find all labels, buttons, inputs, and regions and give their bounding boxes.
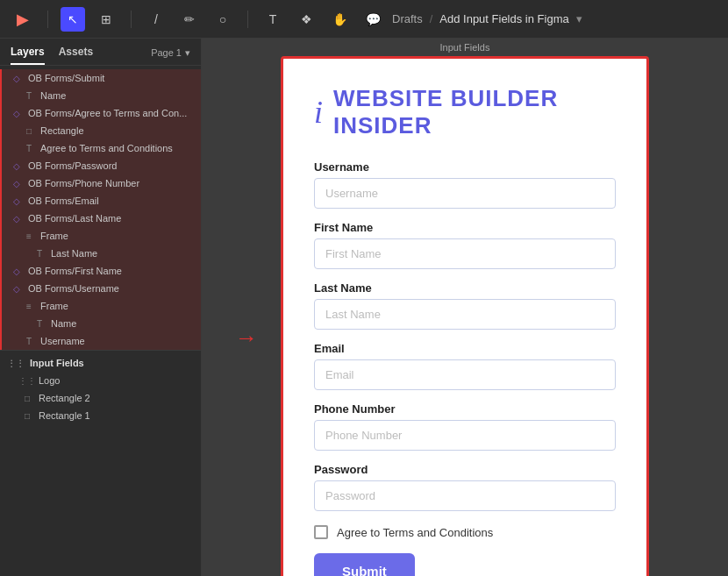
diamond-icon: ◇ <box>11 107 23 119</box>
layer-ob-lastname[interactable]: ◇ OB Forms/Last Name <box>0 210 201 227</box>
layer-label: OB Forms/First Name <box>28 266 122 276</box>
section-label: Input Fields <box>30 358 84 368</box>
layer-lastname-text[interactable]: T Last Name <box>0 245 201 262</box>
main-area: Layers Assets Page 1 ▾ ◇ OB Forms/Submit… <box>0 39 728 576</box>
username-field: Username <box>314 160 616 209</box>
layer-label: Frame <box>40 231 68 241</box>
layer-ob-username[interactable]: ◇ OB Forms/Username <box>0 280 201 297</box>
diamond-icon: ◇ <box>11 195 23 207</box>
comment-tool[interactable]: 💬 <box>360 7 385 32</box>
layer-rectangle[interactable]: □ Rectangle <box>0 122 201 139</box>
frame-icon: ≡ <box>23 300 35 312</box>
header-title: WEBSITE BUILDER INSIDER <box>333 85 616 139</box>
layer-username-text[interactable]: T Username <box>0 332 201 350</box>
layer-label: Last Name <box>51 248 97 259</box>
logo-layer[interactable]: ⋮⋮ Logo <box>0 372 201 389</box>
pen-tool[interactable]: / <box>144 7 168 32</box>
frame-tool[interactable]: ⊞ <box>94 7 118 32</box>
hand-tool[interactable]: ✋ <box>327 7 352 32</box>
text-icon: T <box>23 142 35 154</box>
layer-label: Rectangle 1 <box>39 410 90 421</box>
layer-label: OB Forms/Agree to Terms and Con... <box>28 108 187 118</box>
layer-ob-password[interactable]: ◇ OB Forms/Password <box>0 157 201 174</box>
section-dots-icon: ⋮⋮ <box>7 359 25 368</box>
input-fields-section: ⋮⋮ Input Fields ⋮⋮ Logo □ Rectangle 2 □ … <box>0 350 201 428</box>
breadcrumb-drafts[interactable]: Drafts <box>392 12 423 25</box>
layer-label: OB Forms/Username <box>28 283 119 294</box>
layer-ob-agree[interactable]: ◇ OB Forms/Agree to Terms and Con... <box>0 104 201 122</box>
rect-icon: □ <box>21 409 33 422</box>
rectangle2-layer[interactable]: □ Rectangle 2 <box>0 389 201 407</box>
email-field: Email <box>314 342 616 390</box>
header-icon: i <box>314 96 323 128</box>
text-icon: T <box>33 317 46 330</box>
figma-menu-button[interactable]: ▶ <box>11 7 35 32</box>
diamond-icon: ◇ <box>11 212 23 224</box>
layer-ob-phone[interactable]: ◇ OB Forms/Phone Number <box>0 174 201 192</box>
rect-icon: □ <box>23 124 35 137</box>
layer-ob-submit[interactable]: ◇ OB Forms/Submit <box>0 69 201 87</box>
cursor-tool[interactable]: ↖ <box>61 7 85 32</box>
panel-tabs: Layers Assets Page 1 ▾ <box>0 39 201 66</box>
tab-layers[interactable]: Layers <box>11 46 45 65</box>
password-input[interactable] <box>314 480 616 511</box>
layer-label: OB Forms/Submit <box>28 73 104 83</box>
page-selector[interactable]: Page 1 ▾ <box>151 47 190 64</box>
toolbar-separator-2 <box>131 11 132 28</box>
toolbar-left: ▶ ↖ ⊞ / ✏ ○ T ❖ ✋ 💬 <box>11 7 385 32</box>
layer-label: OB Forms/Email <box>28 196 99 206</box>
frame-icon: ≡ <box>23 230 35 242</box>
phone-input[interactable] <box>314 420 616 451</box>
firstname-label: First Name <box>314 221 616 234</box>
firstname-input[interactable] <box>314 238 616 269</box>
rectangle1-layer[interactable]: □ Rectangle 1 <box>0 407 201 424</box>
email-input[interactable] <box>314 359 616 390</box>
email-label: Email <box>314 342 616 355</box>
phone-field: Phone Number <box>314 402 616 451</box>
text-tool[interactable]: T <box>261 7 285 32</box>
text-icon: T <box>23 89 35 102</box>
agree-checkbox[interactable] <box>314 525 328 539</box>
layers-list: ◇ OB Forms/Submit T Name ◇ OB Forms/Agre… <box>0 66 201 576</box>
rect-icon: □ <box>21 392 33 404</box>
text-icon: T <box>33 247 46 260</box>
layer-agree-text[interactable]: T Agree to Terms and Conditions <box>0 139 201 157</box>
layer-frame-1[interactable]: ≡ Frame <box>0 227 201 245</box>
form-header: i WEBSITE BUILDER INSIDER <box>314 85 616 139</box>
breadcrumb-separator: / <box>430 12 433 25</box>
layer-name[interactable]: T Name <box>0 87 201 104</box>
layer-label: Rectangle <box>40 125 84 136</box>
breadcrumb-dropdown-arrow[interactable]: ▾ <box>576 12 582 25</box>
tab-assets[interactable]: Assets <box>59 46 93 65</box>
phone-label: Phone Number <box>314 402 616 416</box>
breadcrumb-current[interactable]: Add Input Fields in Figma <box>439 12 568 25</box>
lastname-label: Last Name <box>314 281 616 295</box>
canvas-section-label: Input Fields <box>440 42 490 53</box>
layer-frame-2[interactable]: ≡ Frame <box>0 297 201 315</box>
toolbar: ▶ ↖ ⊞ / ✏ ○ T ❖ ✋ 💬 Drafts / Add Input F… <box>0 0 728 39</box>
layer-label: Name <box>40 90 66 101</box>
breadcrumb: Drafts / Add Input Fields in Figma ▾ <box>392 12 582 25</box>
agree-label: Agree to Terms and Conditions <box>337 526 493 539</box>
shape-tool[interactable]: ○ <box>211 7 235 32</box>
layer-ob-firstname[interactable]: ◇ OB Forms/First Name <box>0 262 201 280</box>
layer-ob-email[interactable]: ◇ OB Forms/Email <box>0 192 201 210</box>
section-icon: ⋮⋮ <box>21 374 33 387</box>
components-tool[interactable]: ❖ <box>294 7 318 32</box>
submit-button[interactable]: Submit <box>314 553 415 576</box>
diamond-icon: ◇ <box>11 72 23 84</box>
lastname-input[interactable] <box>314 299 616 330</box>
input-fields-group[interactable]: ⋮⋮ Input Fields <box>0 354 201 372</box>
form-card: i WEBSITE BUILDER INSIDER Username First… <box>281 56 649 576</box>
layer-name-2[interactable]: T Name <box>0 315 201 332</box>
toolbar-separator-1 <box>47 11 48 28</box>
diamond-icon: ◇ <box>11 265 23 277</box>
username-input[interactable] <box>314 178 616 209</box>
toolbar-separator-3 <box>247 11 248 28</box>
checkbox-row: Agree to Terms and Conditions <box>314 525 616 539</box>
layer-label: OB Forms/Password <box>28 160 117 171</box>
text-icon: T <box>23 335 35 347</box>
password-field: Password <box>314 463 616 511</box>
layer-label: Frame <box>40 301 68 311</box>
pencil-tool[interactable]: ✏ <box>177 7 202 32</box>
